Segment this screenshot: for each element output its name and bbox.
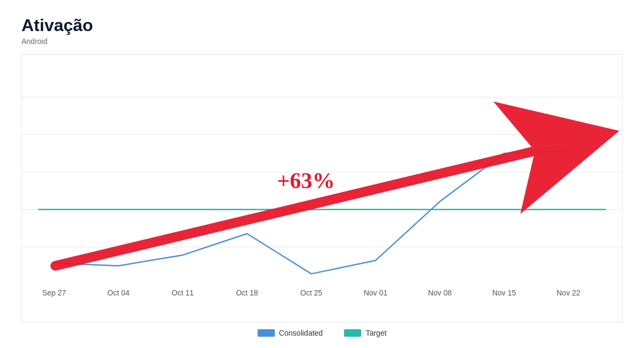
chart-svg: +63% Sep 27 Oct 04 Oct 11 Oct 18 Oct 25 … <box>22 55 622 322</box>
chart-title: Ativação <box>21 16 623 35</box>
x-label-oct18: Oct 18 <box>236 288 258 297</box>
x-label-oct11: Oct 11 <box>172 288 194 297</box>
x-label-nov01: Nov 01 <box>364 288 387 297</box>
legend-target-label: Target <box>365 329 386 337</box>
chart-area: +63% Sep 27 Oct 04 Oct 11 Oct 18 Oct 25 … <box>21 54 623 322</box>
chart-subtitle: Android <box>21 37 623 46</box>
percentage-label: +63% <box>277 168 335 193</box>
x-label-sep27: Sep 27 <box>42 288 67 297</box>
x-label-nov15: Nov 15 <box>492 288 516 297</box>
x-label-nov08: Nov 08 <box>428 288 451 297</box>
legend-consolidated: Consolidated <box>258 329 323 337</box>
legend-target-box <box>344 329 361 337</box>
trend-line <box>55 144 563 266</box>
legend-target: Target <box>344 329 386 337</box>
x-label-nov22: Nov 22 <box>557 288 580 297</box>
x-label-oct25: Oct 25 <box>300 288 322 297</box>
legend-consolidated-box <box>258 329 275 337</box>
legend-consolidated-label: Consolidated <box>279 329 323 337</box>
page-container: Ativação Android <box>0 0 644 348</box>
x-label-oct04: Oct 04 <box>107 288 129 297</box>
chart-legend: Consolidated Target <box>21 329 623 337</box>
